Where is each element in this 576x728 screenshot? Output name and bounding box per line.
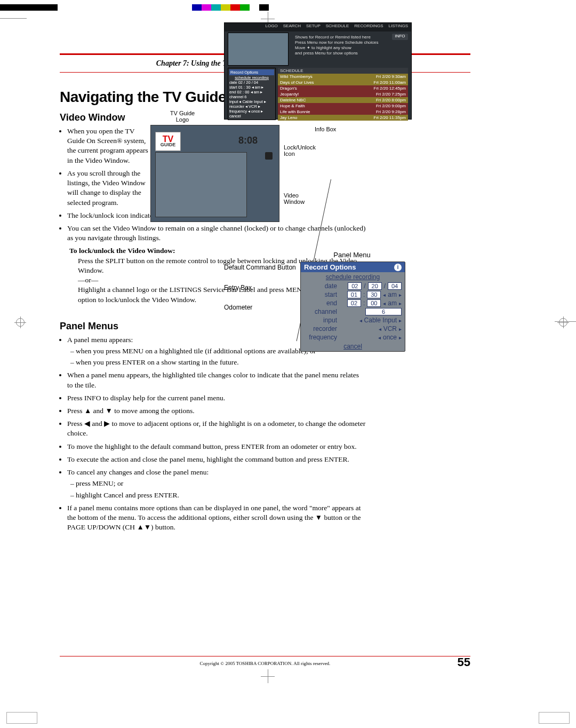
callout-odometer: Odometer: [224, 304, 296, 312]
guide-record-options: Record Options schedule recording date 0…: [228, 68, 276, 120]
panel-head-title: Record Options: [304, 263, 356, 271]
panel-cancel-button: cancel: [301, 342, 405, 351]
panel-menus-bullets: A panel menu appears: when you press MEN…: [67, 335, 366, 533]
guide-screenshot: LOGOSEARCHSETUPSCHEDULERECORDINGSLISTING…: [224, 22, 412, 120]
panel-row-frequency: frequency◂once▸: [301, 333, 405, 342]
panel-row-end: end02:00◂am▸: [301, 299, 405, 307]
panel-menu-title: Panel Menu: [299, 251, 405, 259]
panel-row-date: date02/20/04: [301, 282, 405, 290]
rule-bottom: [60, 656, 470, 656]
callout-tvguide-logo: TV Guide Logo: [166, 110, 198, 123]
panel-command-button: schedule recording: [301, 272, 405, 282]
panel-row-start: start01:30◂am▸: [301, 290, 405, 299]
panel-callout-labels: Default Command Button Entry Box Odomete…: [224, 264, 296, 324]
callout-default-command: Default Command Button: [224, 264, 296, 272]
guide-infobox: Shows for Record or Remind listed herePr…: [294, 34, 407, 67]
color-registration-strip: [0, 4, 576, 11]
panel-row-input: input◂Cable Input▸: [301, 316, 405, 325]
lock-icon: [265, 152, 273, 160]
video-window-bullets-narrow: When you open the TV Guide On Screen® sy…: [67, 126, 153, 208]
bottom-crop-marks: [6, 712, 570, 724]
tv-guide-logo-icon: TVGUIDE: [155, 132, 181, 151]
callout-infobox: Info Box: [315, 126, 336, 132]
guide-schedule-list: SCHEDULE Wild ThornberrysFri 2/20 9:30am…: [278, 68, 408, 121]
clock-display: 8:08: [238, 135, 258, 146]
info-icon: i: [394, 264, 402, 271]
callout-lock: Lock/Unlock Icon: [284, 144, 321, 157]
callout-video-window: Video Window: [284, 192, 316, 205]
panel-row-recorder: recorder◂VCR▸: [301, 325, 405, 333]
page-number: 55: [458, 655, 470, 669]
guide-video-thumb: [228, 33, 289, 66]
panel-menu-box: Record Optionsi schedule recording date0…: [300, 262, 405, 352]
copyright: Copyright © 2005 TOSHIBA CORPORATION. Al…: [60, 661, 470, 666]
video-window-figure: TVGUIDE 8:08: [150, 125, 279, 222]
video-window-preview: [155, 152, 247, 217]
callout-entry-box: Entry Box: [224, 284, 296, 292]
panel-row-channel: channel6: [301, 307, 405, 316]
